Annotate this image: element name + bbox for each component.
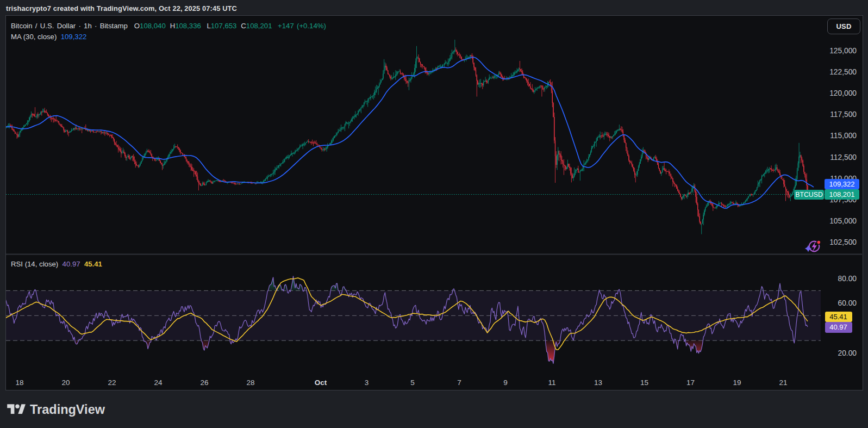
svg-text:TradingView: TradingView — [30, 402, 105, 417]
